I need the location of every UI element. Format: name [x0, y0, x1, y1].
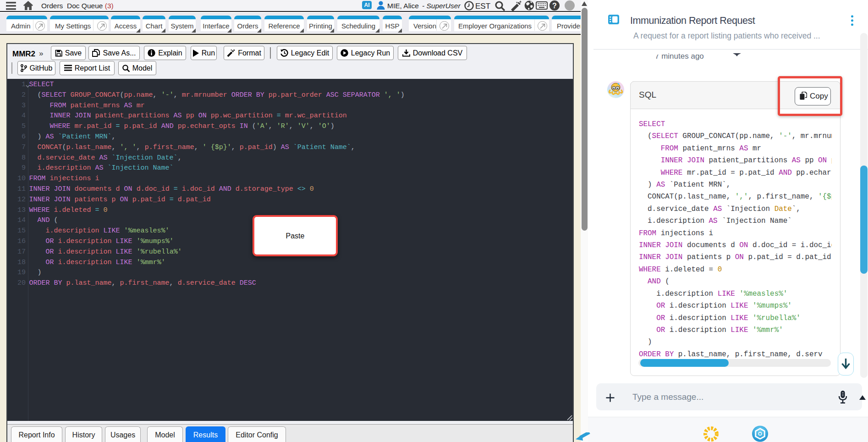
svg-text:?: ?: [552, 2, 557, 10]
